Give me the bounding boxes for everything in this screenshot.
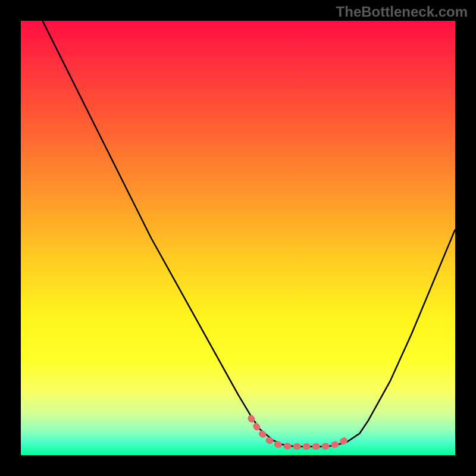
highlight-segment: [251, 418, 347, 446]
watermark-text: TheBottleneck.com: [336, 4, 468, 20]
plot-area: [21, 21, 455, 455]
curve-svg: [21, 21, 455, 455]
main-curve: [43, 21, 456, 446]
